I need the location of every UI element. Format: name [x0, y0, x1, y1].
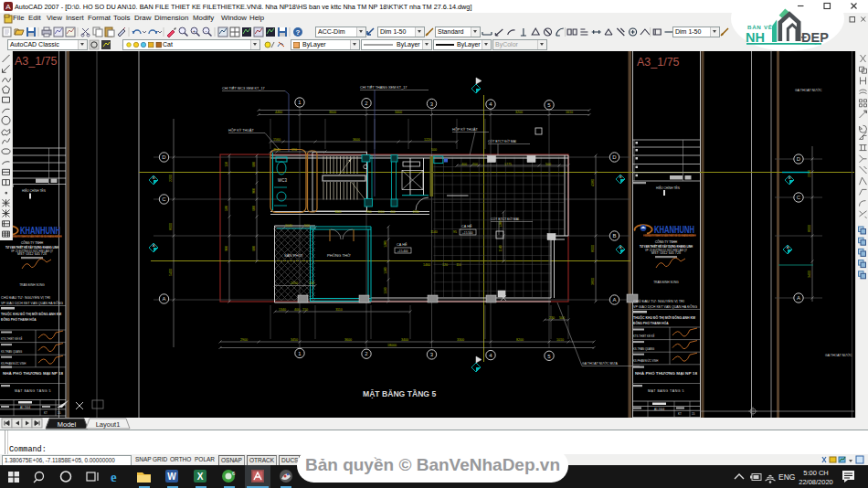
svg-text:D: D [612, 154, 617, 160]
svg-text:8000: 8000 [169, 223, 173, 230]
svg-text:1340: 1340 [384, 267, 387, 274]
svg-text:-: - [206, 28, 207, 34]
svg-text:B: B [612, 233, 616, 239]
svg-text:4460: 4460 [275, 111, 282, 114]
svg-text:W: W [167, 472, 176, 482]
svg-text:CHỦ ĐẦU TƯ: NGUYỄN VỊ TRÍ: CHỦ ĐẦU TƯ: NGUYỄN VỊ TRÍ [1, 295, 50, 300]
svg-text:C: C [797, 195, 801, 200]
svg-text:2050: 2050 [291, 281, 298, 285]
svg-text:GA THOÁT NƯỚC MƯA: GA THOÁT NƯỚC MƯA [582, 361, 618, 366]
svg-text:1140: 1140 [430, 230, 438, 234]
svg-text:HỘP KỸ THUẬT: HỘP KỸ THUẬT [452, 127, 479, 132]
svg-text:CÔNG TY TNHH: CÔNG TY TNHH [655, 239, 678, 244]
svg-text:3400: 3400 [395, 111, 402, 114]
svg-text:200: 200 [390, 210, 396, 214]
svg-text:3600: 3600 [329, 111, 336, 114]
svg-text:MST: 0312 645 728: MST: 0312 645 728 [17, 252, 48, 256]
svg-text:VP GIAO DỊCH KĐT VĂN QUÁN HÀ Đ: VP GIAO DỊCH KĐT VĂN QUÁN HÀ ĐÔNG [633, 304, 697, 309]
svg-text:190: 190 [291, 148, 297, 152]
svg-text:TRẦN ĐÌNH SONG: TRẦN ĐÌNH SONG [19, 283, 45, 287]
svg-text:3600: 3600 [344, 338, 352, 342]
svg-text:THUỘC KHU ĐÔ THỊ MỚI ĐÔNG ANH: THUỘC KHU ĐÔ THỊ MỚI ĐÔNG ANH KM [633, 315, 695, 320]
svg-text:5:00 CH: 5:00 CH [803, 469, 829, 477]
svg-text:3600: 3600 [334, 210, 341, 214]
svg-text:900: 900 [225, 246, 228, 251]
svg-text:KS.TRẦN QUANG: KS.TRẦN QUANG [1, 350, 22, 354]
svg-text:18000: 18000 [387, 344, 397, 347]
svg-text:95: 95 [453, 230, 457, 234]
svg-text:D: D [797, 156, 801, 162]
svg-text:500: 500 [545, 163, 551, 166]
svg-text:3600: 3600 [353, 138, 360, 142]
svg-text:C: C [162, 196, 166, 202]
svg-text:500: 500 [304, 224, 310, 228]
svg-text:1200: 1200 [384, 240, 387, 248]
svg-text:VP GIAO DỊCH KĐT VĂN QUÁN HÀ Đ: VP GIAO DỊCH KĐT VĂN QUÁN HÀ ĐÔNG [1, 301, 63, 305]
svg-text:TRẦN ĐÌNH SONG: TRẦN ĐÌNH SONG [653, 281, 679, 284]
svg-text:3110: 3110 [335, 308, 343, 312]
svg-text:15: 15 [58, 411, 61, 415]
svg-text:400: 400 [461, 163, 467, 166]
svg-text:580: 580 [225, 206, 228, 211]
svg-text:+15.400: +15.400 [397, 249, 408, 253]
svg-text:CỐT BTCT ĐỠ MÁI: CỐT BTCT ĐỠ MÁI [491, 217, 519, 221]
svg-text:X: X [197, 472, 204, 482]
svg-text:1340: 1340 [279, 308, 286, 312]
svg-text:NHÀ PHỐ THƯƠNG MẠI NP 18: NHÀ PHỐ THƯƠNG MẠI NP 18 [3, 371, 64, 376]
svg-text:HỘP KỸ THUẬT: HỘP KỸ THUẬT [228, 128, 255, 133]
svg-text:KT: KT [44, 411, 48, 415]
svg-text:A: A [153, 243, 155, 248]
svg-text:A: A [619, 245, 622, 249]
svg-text:600: 600 [252, 162, 256, 167]
svg-text:210: 210 [302, 308, 308, 312]
svg-text:CÔNG TY TNHH: CÔNG TY TNHH [21, 240, 44, 245]
svg-text:1140: 1140 [273, 148, 281, 152]
svg-text:BẢN VẼ: BẢN VẼ [747, 24, 773, 30]
svg-text:CHỦ ĐẦU TƯ: NGUYỄN VỊ TRÍ: CHỦ ĐẦU TƯ: NGUYỄN VỊ TRÍ [633, 299, 684, 303]
svg-text:950: 950 [366, 210, 372, 214]
svg-text:A3_1/75: A3_1/75 [15, 55, 58, 68]
svg-text:A1 2004: A1 2004 [654, 408, 665, 411]
svg-text:CỐT BTCT ĐỠ MÁI: CỐT BTCT ĐỠ MÁI [488, 139, 516, 143]
svg-text:15: 15 [692, 412, 695, 416]
svg-text:CHI TIẾT WC3 XEM KT_17: CHI TIẾT WC3 XEM KT_17 [222, 86, 265, 90]
svg-text:6: 6 [232, 471, 236, 476]
svg-text:1160: 1160 [378, 210, 385, 214]
svg-text:GA THOÁT NƯỚC: GA THOÁT NƯỚC [795, 88, 822, 92]
svg-text:900: 900 [252, 188, 256, 194]
svg-text:+15.500: +15.500 [462, 231, 473, 235]
svg-text:1040: 1040 [285, 224, 292, 228]
svg-text:ENG: ENG [778, 472, 795, 482]
svg-text:110: 110 [456, 263, 461, 267]
svg-text:1220: 1220 [424, 138, 431, 142]
svg-text:D: D [162, 154, 166, 160]
svg-text:?: ? [296, 28, 301, 37]
svg-text:Layout1: Layout1 [96, 420, 121, 429]
svg-text:A: A [787, 245, 789, 249]
svg-text:B: B [789, 175, 791, 180]
svg-text:8000: 8000 [591, 245, 595, 252]
svg-text:GA THOÁT NƯỚC: GA THOÁT NƯỚC [825, 353, 852, 357]
svg-text:MST: 0312 645 728: MST: 0312 645 728 [651, 251, 682, 255]
svg-text:1560: 1560 [384, 287, 387, 294]
svg-text:KS.PHẠM ĐỨC VINH: KS.PHẠM ĐỨC VINH [633, 358, 658, 363]
svg-text:1460: 1460 [423, 263, 430, 267]
svg-text:600: 600 [252, 246, 256, 251]
svg-text:2900: 2900 [240, 338, 248, 342]
svg-text:150: 150 [309, 281, 314, 285]
svg-text:MẶT BẰNG TẦNG 5: MẶT BẰNG TẦNG 5 [648, 388, 684, 393]
svg-text:Model: Model [58, 420, 77, 429]
svg-text:A: A [3, 239, 8, 240]
svg-text:CÀ HÊ: CÀ HÊ [461, 224, 472, 228]
svg-text:MẶT BẰNG TẦNG 5: MẶT BẰNG TẦNG 5 [363, 389, 436, 398]
svg-text:WC3: WC3 [278, 178, 287, 183]
svg-text:MẶT BẰNG TẦNG 5: MẶT BẰNG TẦNG 5 [15, 388, 51, 393]
svg-text:4380: 4380 [591, 179, 595, 186]
svg-text:5400: 5400 [169, 269, 173, 276]
svg-text:KTS.THIẾT KẾ KÊ: KTS.THIẾT KẾ KÊ [633, 334, 654, 338]
svg-text:+: + [193, 28, 196, 34]
svg-text:A: A [797, 295, 800, 301]
svg-text:A: A [612, 297, 616, 302]
svg-text:1775: 1775 [504, 163, 512, 166]
svg-text:600: 600 [252, 206, 256, 211]
